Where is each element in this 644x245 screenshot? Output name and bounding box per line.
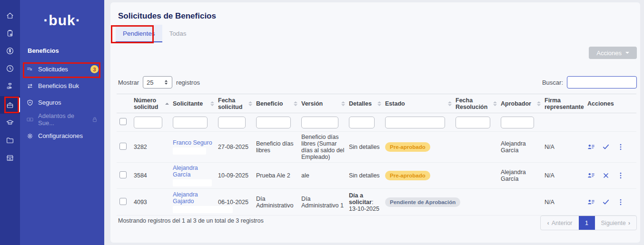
search-input[interactable] (567, 76, 637, 88)
solicitante-link[interactable]: Alejandra García (173, 165, 198, 178)
solicitante-link[interactable]: Alejandra Gajardo (173, 191, 198, 205)
hand-heart-icon[interactable] (0, 77, 20, 95)
gear-icon (26, 132, 34, 140)
kebab-menu-icon[interactable] (617, 198, 624, 206)
search-control: Buscar: (542, 76, 637, 88)
home-icon[interactable] (0, 7, 20, 24)
page-size-select[interactable]: 25 (143, 76, 172, 88)
solicitudes-table: Número solicitud Solicitante Fecha solic… (117, 94, 636, 216)
cell-aprobador: Alejandra García (501, 138, 545, 156)
redacted-text (173, 179, 212, 186)
cell-fecha-resolucion (456, 200, 501, 204)
sidebar-section-label: Beneficios (28, 47, 104, 54)
header-label: Firma representante (545, 97, 584, 110)
storefront-icon[interactable] (0, 149, 20, 167)
graduation-cap-icon[interactable] (0, 114, 20, 131)
row-checkbox[interactable] (119, 198, 127, 205)
approve-check-icon[interactable] (602, 198, 610, 206)
lock-icon (91, 116, 99, 123)
sidebar-item-label: Beneficios Buk (38, 82, 79, 89)
pagination: ‹ Anterior 1 Siguiente › (540, 216, 637, 230)
cell-acciones (587, 196, 636, 208)
header-fecha-solicitud[interactable]: Fecha solicitud (218, 95, 256, 112)
sidebar-item-seguros[interactable]: Seguros (20, 94, 104, 111)
cell-estado: Pre-aprobado (385, 140, 456, 154)
header-label: Beneficio (256, 100, 283, 107)
prev-label: Anterior (552, 220, 573, 226)
filter-numero-input[interactable] (134, 117, 162, 128)
tab-bar: Pendientes Todas (116, 25, 194, 42)
cell-detalles: Día a solicitar: 13-10-2025 (349, 190, 385, 214)
header-beneficio[interactable]: Beneficio (256, 98, 301, 109)
table-filter-row (117, 113, 636, 132)
kebab-menu-icon[interactable] (617, 172, 624, 179)
acciones-button[interactable]: Acciones (589, 47, 637, 59)
sidebar-item-adelantos[interactable]: Adelantos de Sue... (20, 111, 104, 127)
current-page-button[interactable]: 1 (579, 216, 595, 230)
header-version[interactable]: Versión (301, 98, 349, 109)
page-title: Solicitudes de Beneficios (118, 11, 216, 21)
page-size-control: Mostrar 25 registros (118, 76, 200, 88)
briefcase-icon[interactable] (0, 96, 20, 114)
select-all-checkbox[interactable] (119, 118, 127, 125)
tab-todas[interactable]: Todas (162, 25, 194, 42)
row-checkbox[interactable] (119, 143, 127, 150)
header-fecha-resolucion[interactable]: Fecha Resolución (456, 95, 501, 112)
assign-person-icon[interactable] (587, 198, 595, 206)
filter-aprobador-input[interactable] (501, 117, 534, 128)
sidebar-item-beneficios-buk[interactable]: Beneficios Buk (20, 78, 104, 94)
table-row: 3282 Franco Seguro 27-08-2025 Beneficio … (117, 132, 636, 163)
approve-check-icon[interactable] (602, 143, 610, 151)
filter-fecha-solicitud-input[interactable] (218, 117, 246, 128)
clipboard-check-icon[interactable] (0, 24, 20, 42)
sidebar-item-solicitudes[interactable]: Solicitudes 3 (20, 61, 104, 78)
cell-beneficio: Día Administrativo (256, 194, 301, 211)
chevron-down-icon (625, 52, 629, 54)
tab-pendientes[interactable]: Pendientes (116, 25, 162, 42)
header-label: Fecha solicitud (218, 97, 247, 110)
clock-icon[interactable] (0, 59, 20, 77)
header-aprobador[interactable]: Aprobador (501, 98, 545, 109)
kebab-menu-icon[interactable] (617, 143, 624, 151)
cell-acciones (587, 170, 636, 181)
redacted-text (173, 147, 206, 155)
assign-person-icon[interactable] (587, 172, 595, 179)
header-numero-solicitud[interactable]: Número solicitud (134, 95, 173, 112)
icon-rail (0, 0, 20, 245)
filter-estado-input[interactable] (385, 117, 445, 128)
assign-person-icon[interactable] (587, 143, 595, 151)
coin-dollar-icon[interactable] (0, 42, 20, 59)
sidebar-item-configuraciones[interactable]: Configuraciones (20, 127, 104, 144)
content-card: Solicitudes de Beneficios Pendientes Tod… (110, 2, 640, 243)
filter-version-input[interactable] (301, 117, 338, 128)
status-badge: Pre-aprobado (385, 171, 430, 180)
folder-icon[interactable] (0, 131, 20, 149)
header-solicitante[interactable]: Solicitante (173, 98, 218, 109)
buk-logo[interactable]: ·buk· (20, 12, 104, 29)
sort-icon (248, 101, 252, 106)
solicitante-link[interactable]: Franco Seguro (173, 139, 212, 146)
filter-detalles-input[interactable] (349, 117, 375, 128)
sidebar-item-label: Solicitudes (38, 66, 68, 73)
reject-x-icon[interactable] (602, 172, 610, 179)
table-row: 4093 Alejandra Gajardo 06-10-2025 Día Ad… (117, 189, 636, 216)
header-label: Versión (301, 100, 323, 107)
sidebar-item-label: Adelantos de Sue... (38, 112, 85, 127)
header-acciones: Acciones (587, 98, 636, 109)
filter-fecha-resolucion-input[interactable] (456, 117, 490, 128)
filter-beneficio-input[interactable] (256, 117, 291, 128)
detalles-bold-label: Día a solicitar (349, 192, 372, 206)
sort-icon (294, 101, 297, 106)
cell-version: ale (301, 170, 349, 181)
sort-icon (341, 101, 345, 106)
filter-solicitante-input[interactable] (173, 117, 208, 128)
row-checkbox[interactable] (119, 171, 127, 178)
next-page-button[interactable]: Siguiente › (595, 216, 636, 230)
sort-icon (377, 101, 381, 106)
header-estado[interactable]: Estado (385, 98, 456, 109)
prev-page-button[interactable]: ‹ Anterior (541, 216, 578, 230)
swap-arrows-icon (26, 82, 34, 90)
header-detalles[interactable]: Detalles (349, 98, 385, 109)
cell-solicitante: Franco Seguro (173, 137, 218, 157)
cell-aprobador (501, 200, 545, 204)
